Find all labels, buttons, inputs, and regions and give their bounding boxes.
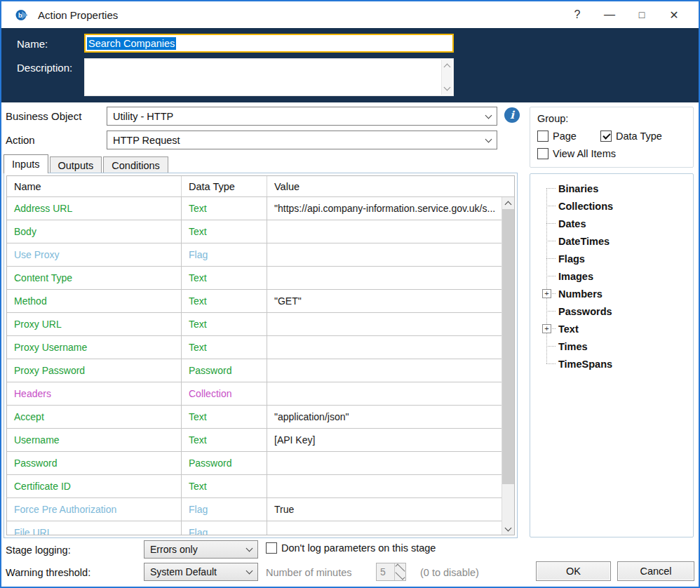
business-object-select[interactable]: Utility - HTTP (107, 107, 497, 126)
ok-button[interactable]: OK (536, 561, 611, 581)
grid-scrollbar[interactable] (502, 197, 514, 535)
table-row: MethodText"GET" (7, 290, 502, 313)
tree-item-images[interactable]: Images (530, 267, 693, 285)
spin-down-icon[interactable] (395, 572, 405, 580)
param-type: Password (182, 359, 267, 382)
param-value[interactable] (267, 336, 502, 359)
description-scrollbar[interactable] (441, 60, 452, 95)
param-type: Flag (182, 498, 267, 521)
tree-items: BinariesCollectionsDatesDateTimesFlagsIm… (530, 180, 693, 373)
table-row: PasswordPassword (7, 452, 502, 475)
data-items-tree: BinariesCollectionsDatesDateTimesFlagsIm… (530, 173, 694, 537)
scroll-up-icon[interactable] (502, 197, 514, 209)
help-button[interactable]: ? (561, 3, 593, 27)
scroll-down-icon[interactable] (444, 84, 451, 91)
expand-plus-icon[interactable]: + (542, 289, 551, 298)
warning-threshold-value: System Default (150, 566, 247, 577)
column-header-name[interactable]: Name (7, 176, 182, 196)
param-name: Force Pre Authorization (7, 498, 182, 521)
tree-item-text[interactable]: +Text (530, 320, 693, 338)
tree-item-dates[interactable]: Dates (530, 215, 693, 232)
param-name: Headers (7, 382, 182, 405)
scroll-up-icon[interactable] (444, 64, 451, 71)
tree-item-timespans[interactable]: TimeSpans (530, 355, 693, 373)
svg-text:b: b (18, 12, 22, 19)
column-header-data-type[interactable]: Data Type (182, 176, 267, 196)
param-type: Text (182, 290, 267, 312)
scrollbar-thumb[interactable] (502, 209, 514, 484)
expand-plus-icon[interactable]: + (542, 324, 551, 333)
column-header-value[interactable]: Value (267, 176, 514, 196)
tree-item-collections[interactable]: Collections (530, 197, 693, 215)
param-value[interactable]: "application/json" (267, 406, 502, 428)
param-value[interactable] (267, 382, 502, 405)
table-row: Proxy UsernameText (7, 336, 502, 359)
table-row: Proxy URLText (7, 313, 502, 336)
param-name: Username (7, 429, 182, 451)
grid-header: NameData TypeValue (7, 176, 514, 197)
param-type: Text (182, 475, 267, 497)
name-input[interactable]: Search Companies (84, 34, 454, 53)
tree-item-label: Passwords (558, 306, 612, 317)
inputs-panel: NameData TypeValue Address URLText"https… (4, 173, 518, 538)
tab-bar: InputsOutputsConditions (4, 154, 170, 173)
tree-item-label: Numbers (558, 288, 603, 300)
minutes-value: 5 (377, 563, 394, 580)
param-value[interactable]: "https://api.company-information.service… (267, 197, 502, 220)
param-value[interactable] (267, 452, 502, 474)
param-value[interactable] (267, 359, 502, 382)
info-icon[interactable]: i (504, 107, 520, 123)
param-value[interactable] (267, 243, 502, 266)
minutes-spinner[interactable]: 5 (376, 563, 406, 581)
param-value[interactable] (267, 220, 502, 243)
table-row: Address URLText"https://api.company-info… (7, 197, 502, 220)
checkbox-box (537, 131, 548, 142)
param-type: Password (182, 452, 267, 474)
param-value[interactable] (267, 267, 502, 289)
app-icon: b (15, 8, 29, 22)
param-value[interactable] (267, 521, 502, 535)
tree-item-binaries[interactable]: Binaries (530, 180, 693, 197)
param-type: Text (182, 313, 267, 335)
tree-item-passwords[interactable]: Passwords (530, 302, 693, 320)
warning-threshold-label: Warning threshold: (6, 567, 90, 578)
param-name: Accept (7, 406, 182, 428)
scroll-down-icon[interactable] (502, 523, 514, 535)
param-type: Text (182, 429, 267, 451)
checkbox-view-all-items[interactable]: View All Items (537, 148, 686, 159)
param-value[interactable]: True (267, 498, 502, 521)
warning-threshold-select[interactable]: System Default (144, 563, 258, 581)
tab-conditions[interactable]: Conditions (103, 156, 168, 173)
checkbox-data-type[interactable]: Data Type (600, 131, 662, 142)
checkbox-dont-log-parameters[interactable]: Don't log parameters on this stage (266, 542, 436, 554)
window-title: Action Properties (38, 9, 118, 21)
table-row: Proxy PasswordPassword (7, 359, 502, 382)
param-type: Text (182, 406, 267, 428)
checkbox-page[interactable]: Page (537, 131, 600, 142)
chevron-down-icon (246, 568, 253, 575)
minimize-button[interactable]: — (593, 3, 626, 27)
cancel-button[interactable]: Cancel (617, 561, 694, 581)
tab-inputs[interactable]: Inputs (4, 154, 48, 173)
description-textarea[interactable] (84, 58, 454, 96)
close-button[interactable]: ✕ (658, 3, 690, 27)
tree-item-times[interactable]: Times (530, 338, 693, 355)
param-value[interactable]: [API Key] (267, 429, 502, 451)
tree-item-datetimes[interactable]: DateTimes (530, 232, 693, 250)
param-value[interactable]: "GET" (267, 290, 502, 312)
stage-logging-value: Errors only (150, 544, 247, 555)
chevron-down-icon (246, 545, 253, 552)
param-value[interactable] (267, 475, 502, 497)
stage-logging-select[interactable]: Errors only (144, 540, 258, 559)
maximize-button[interactable]: □ (626, 3, 658, 27)
tree-item-flags[interactable]: Flags (530, 250, 693, 267)
action-label: Action (6, 134, 35, 146)
table-row: BodyText (7, 220, 502, 243)
tree-item-numbers[interactable]: +Numbers (530, 285, 693, 302)
tab-outputs[interactable]: Outputs (50, 156, 102, 173)
action-select[interactable]: HTTP Request (107, 131, 497, 149)
param-value[interactable] (267, 313, 502, 335)
group-panel: Group: PageData TypeView All Items (530, 107, 694, 168)
action-value: HTTP Request (113, 135, 486, 146)
param-name: Proxy Username (7, 336, 182, 359)
